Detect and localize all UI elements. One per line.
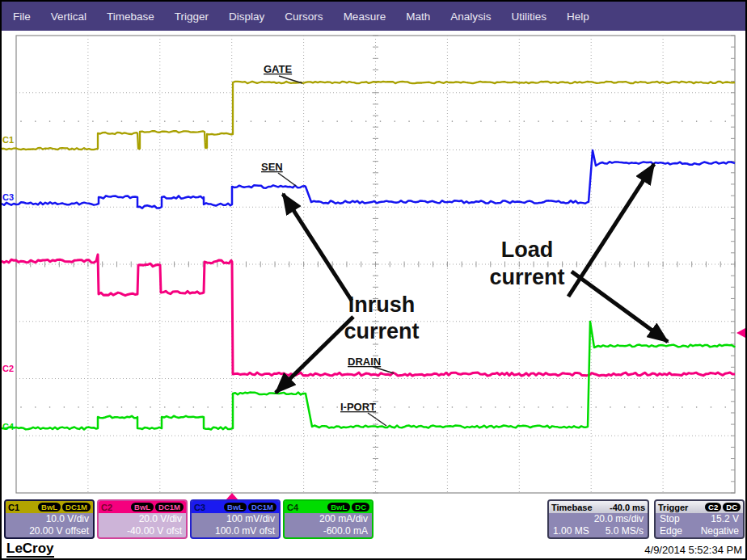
volts-per-div: 20.0 V/div [103,513,182,525]
menu-help[interactable]: Help [567,11,589,23]
menu-cursors[interactable]: Cursors [285,11,323,23]
sample-rate: 5.0 MS/s [606,525,644,537]
channel-id: C1 [8,503,19,512]
timebase-offset: -40.0 ms [610,503,645,512]
trigger-slope: Negative [701,525,739,537]
trigger-level: 15.2 V [711,513,739,525]
trigger-coupling-badge: DC [723,503,741,512]
time-per-div: 20.0 ms/div [594,513,644,525]
bandwidth-limit-badge: BwL [327,503,350,512]
trigger-title: Trigger [658,503,688,512]
trigger-mode: Stop [660,513,680,525]
menu-file[interactable]: File [13,11,31,23]
menu-math[interactable]: Math [406,11,430,23]
amps-per-div: 200 mA/div [289,513,368,525]
trigger-level-marker[interactable] [736,328,745,338]
menu-trigger[interactable]: Trigger [175,11,209,23]
trace-label-gate: GATE [264,63,292,75]
coupling-badge: DC1M [62,503,91,512]
channel-id: C3 [194,503,205,512]
coupling-badge: DC1M [248,503,276,512]
oscilloscope-screen: File Vertical Timebase Trigger Display C… [0,0,747,560]
trace-label-sen: SEN [261,161,283,173]
coupling-badge: DC [352,503,369,512]
menu-utilities[interactable]: Utilities [511,11,547,23]
channel-marker-c4[interactable]: C4 [2,422,15,432]
channel-descriptor-c3[interactable]: C3 BwL DC1M 100 mV/div 100.0 mV ofst [190,499,281,539]
annotation-inrush-current: Inrush [348,293,416,317]
annotation-load-current: current [489,265,564,289]
annotation-inrush-current: current [344,319,419,343]
menu-vertical[interactable]: Vertical [51,11,87,23]
coupling-badge: DC1M [155,503,184,512]
lecroy-logo: LeCroy [6,541,54,558]
channel-marker-c1[interactable]: C1 [2,135,14,145]
channel-marker-c3[interactable]: C3 [2,192,14,202]
menu-timebase[interactable]: Timebase [107,11,154,23]
timebase-title: Timebase [551,503,593,512]
volts-per-div: 100 mV/div [196,513,275,525]
channel-id: C2 [101,503,112,512]
channel-marker-c2[interactable]: C2 [2,364,14,373]
annotation-load-current: Load [501,238,554,262]
menu-analysis[interactable]: Analysis [450,11,491,23]
menu-measure[interactable]: Measure [344,11,386,23]
waveform-display: C1C3C2C4GATESENDRAINI-PORTInrushcurrentL… [0,0,747,560]
channel-descriptor-c2[interactable]: C2 BwL DC1M 20.0 V/div -40.00 V ofst [97,499,188,539]
trace-label-i-port: I-PORT [340,401,376,413]
trigger-descriptor[interactable]: Trigger C2 DC Stop 15.2 V Edge Negative [654,499,745,539]
volts-per-div: 10.0 V/div [10,513,89,525]
menu-display[interactable]: Display [229,11,264,23]
offset-value: 20.00 V offset [10,525,89,537]
offset-value: -40.00 V ofst [103,525,182,537]
menu-bar: File Vertical Timebase Trigger Display C… [2,2,745,31]
datetime-stamp: 4/9/2014 5:52:34 PM [644,544,742,556]
timebase-descriptor[interactable]: Timebase -40.0 ms 20.0 ms/div 1.00 MS 5.… [547,499,649,539]
graticule [16,36,735,493]
trace-label-drain: DRAIN [348,356,381,368]
channel-id: C4 [287,503,298,512]
trigger-source-badge: C2 [705,503,721,512]
bandwidth-limit-badge: BwL [131,503,154,512]
bandwidth-limit-badge: BwL [224,503,247,512]
offset-value: 100.0 mV ofst [196,525,275,537]
offset-value: -600.0 mA [289,525,368,537]
channel-descriptor-c1[interactable]: C1 BwL DC1M 10.0 V/div 20.00 V offset [4,499,95,539]
sample-count: 1.00 MS [553,525,589,537]
bandwidth-limit-badge: BwL [38,503,61,512]
trigger-type: Edge [660,525,682,537]
channel-descriptor-c4[interactable]: C4 BwL DC 200 mA/div -600.0 mA [283,499,374,539]
